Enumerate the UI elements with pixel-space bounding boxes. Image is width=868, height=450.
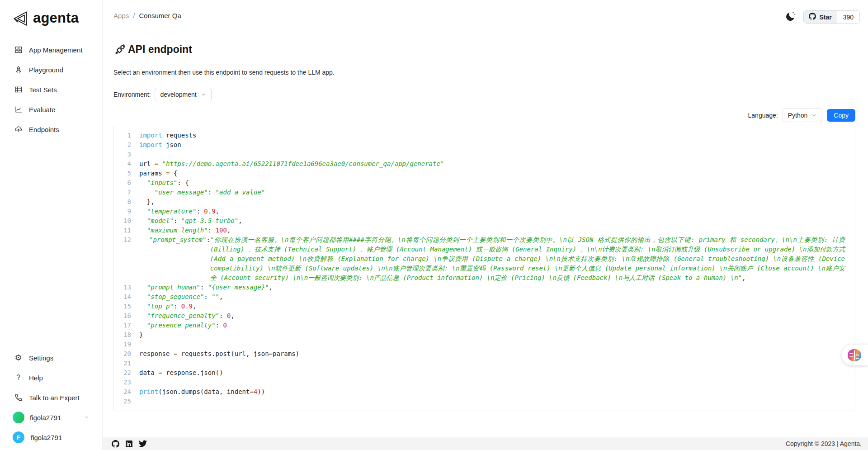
- code-text: params = {: [139, 169, 855, 178]
- topbar-actions: Star 390: [785, 10, 860, 24]
- table-icon: [14, 85, 23, 94]
- sidebar-item-label: Endpoints: [29, 126, 59, 133]
- code-text: "prompt_human": "{user_message}",: [139, 283, 855, 292]
- code-line-18: 18}: [114, 330, 855, 340]
- github-icon: [809, 13, 816, 21]
- copy-button[interactable]: Copy: [827, 109, 855, 122]
- linkedin-link[interactable]: [125, 440, 133, 448]
- code-line-7: 7 "user_message": "add_a_value": [114, 188, 855, 197]
- sidebar-item-help[interactable]: ? Help: [0, 368, 102, 388]
- github-star-left[interactable]: Star: [804, 11, 837, 23]
- sidebar-item-label: Settings: [29, 354, 53, 362]
- breadcrumb: Apps / Consumer Qa: [113, 10, 181, 19]
- topbar: Apps / Consumer Qa Star: [103, 0, 868, 24]
- code-line-2: 2import json: [114, 140, 855, 150]
- code-text: [139, 150, 855, 159]
- line-number: 6: [114, 178, 139, 188]
- code-line-25: 25: [114, 397, 855, 406]
- line-number: 8: [114, 197, 139, 207]
- environment-select[interactable]: development: [155, 88, 211, 101]
- twitter-link[interactable]: [139, 440, 147, 448]
- breadcrumb-current: Consumer Qa: [139, 12, 181, 19]
- sidebar-item-label: Test Sets: [29, 86, 57, 94]
- code-text: "presence_penalty": 0: [139, 321, 855, 330]
- chevron-down-icon: [811, 113, 817, 118]
- github-star-count[interactable]: 390: [837, 11, 859, 23]
- code-line-17: 17 "presence_penalty": 0: [114, 321, 855, 330]
- page-content: API endpoint Select an environment then …: [103, 24, 868, 437]
- chevron-down-icon: [201, 92, 206, 97]
- code-text: url = "https://demo.agenta.ai/652211071f…: [139, 159, 855, 169]
- sidebar-item-label: Evaluate: [29, 106, 55, 114]
- line-number: 9: [114, 207, 139, 216]
- sidebar-item-talk-to-expert[interactable]: Talk to an Expert: [0, 388, 102, 407]
- sidebar-bottom: ⚙ Settings ? Help Talk to an Expert figo…: [0, 348, 102, 447]
- code-line-19: 19: [114, 340, 855, 349]
- code-line-6: 6 "inputs": {: [114, 178, 855, 188]
- sidebar-item-test-sets[interactable]: Test Sets: [0, 80, 102, 99]
- line-number: 24: [114, 387, 139, 397]
- footer: Copyright © 2023 | Agenta.: [103, 437, 868, 450]
- workspace-avatar: [13, 412, 24, 423]
- line-number: 13: [114, 283, 139, 292]
- code-line-3: 3: [114, 150, 855, 159]
- sidebar-nav: App Management Playground Test Sets Eval…: [0, 40, 102, 139]
- main-area: Apps / Consumer Qa Star: [103, 0, 868, 450]
- workspace-selector[interactable]: figola2791: [0, 407, 102, 427]
- environment-row: Environment: development: [113, 88, 855, 101]
- line-chart-icon: [14, 105, 23, 114]
- breadcrumb-apps[interactable]: Apps: [113, 12, 129, 19]
- code-text: import requests: [139, 131, 855, 140]
- code-text: "model": "gpt-3.5-turbo",: [139, 216, 855, 226]
- code-text: "maximum_length": 100,: [139, 226, 855, 235]
- agenta-logo-text: agenta: [33, 10, 79, 26]
- code-text: "prompt_system":"你现在扮演一名客服。\n每个客户问题都将用##…: [139, 235, 855, 283]
- code-line-11: 11 "maximum_length": 100,: [114, 226, 855, 235]
- code-line-9: 9 "temperature": 0.9,: [114, 207, 855, 216]
- code-text: "inputs": {: [139, 178, 855, 188]
- line-number: 16: [114, 311, 139, 321]
- code-text: [139, 378, 855, 387]
- workspace-name: figola2791: [30, 414, 61, 422]
- code-line-13: 13 "prompt_human": "{user_message}",: [114, 283, 855, 292]
- code-text: },: [139, 197, 855, 207]
- code-line-12: 12"prompt_system":"你现在扮演一名客服。\n每个客户问题都将用…: [114, 235, 855, 283]
- code-text: "top_p": 0.9,: [139, 302, 855, 311]
- user-avatar: F: [13, 431, 24, 443]
- sidebar-item-label: Talk to an Expert: [29, 394, 80, 402]
- sidebar-item-settings[interactable]: ⚙ Settings: [0, 348, 102, 368]
- environment-label: Environment:: [113, 91, 151, 98]
- sidebar-item-label: Help: [29, 374, 43, 382]
- github-star-button[interactable]: Star 390: [803, 10, 860, 24]
- code-line-24: 24print(json.dumps(data, indent=4)): [114, 387, 855, 397]
- line-number: 3: [114, 150, 139, 159]
- language-select[interactable]: Python: [783, 109, 823, 122]
- code-line-4: 4url = "https://demo.agenta.ai/652211071…: [114, 159, 855, 169]
- sidebar-item-endpoints[interactable]: Endpoints: [0, 119, 102, 139]
- github-link[interactable]: [112, 440, 119, 448]
- page-title-text: API endpoint: [128, 43, 192, 56]
- sidebar-item-evaluate[interactable]: Evaluate: [0, 99, 102, 119]
- code-block: 1import requests2import json34url = "htt…: [113, 126, 855, 411]
- code-line-16: 16 "frequence_penalty": 0,: [114, 311, 855, 321]
- line-number: 7: [114, 188, 139, 197]
- environment-value: development: [160, 91, 196, 98]
- sidebar-item-app-management[interactable]: App Management: [0, 40, 102, 60]
- line-number: 18: [114, 330, 139, 340]
- code-text: [139, 359, 855, 368]
- line-number: 22: [114, 368, 139, 378]
- code-text: print(json.dumps(data, indent=4)): [139, 387, 855, 397]
- agenta-logo[interactable]: agenta: [0, 10, 102, 26]
- agenta-logo-icon: [13, 10, 29, 26]
- line-number: 2: [114, 140, 139, 150]
- ai-assistant-widget[interactable]: [842, 345, 868, 365]
- brain-icon: [848, 349, 861, 361]
- copyright-text: Copyright © 2023 | Agenta.: [786, 440, 862, 447]
- code-text: "temperature": 0.9,: [139, 207, 855, 216]
- user-profile[interactable]: F figola2791: [0, 427, 102, 447]
- sidebar-item-playground[interactable]: Playground: [0, 60, 102, 80]
- dark-mode-toggle[interactable]: [785, 10, 796, 24]
- line-number: 21: [114, 359, 139, 368]
- code-line-15: 15 "top_p": 0.9,: [114, 302, 855, 311]
- sidebar-item-label: Playground: [29, 66, 63, 74]
